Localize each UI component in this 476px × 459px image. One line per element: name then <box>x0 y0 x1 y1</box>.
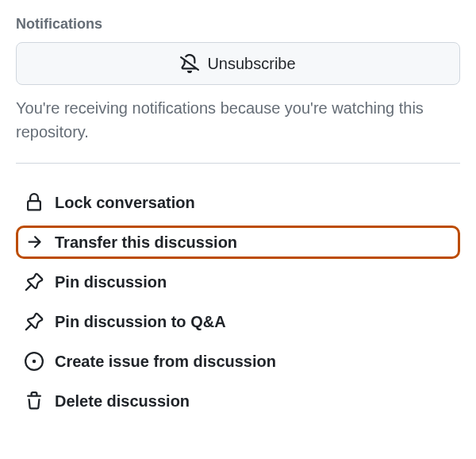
issue-opened-icon <box>25 352 44 371</box>
pin-icon <box>25 312 44 331</box>
pin-discussion-category-label: Pin discussion to Q&A <box>55 313 226 331</box>
transfer-discussion-action[interactable]: Transfer this discussion <box>16 226 460 259</box>
bell-slash-icon <box>180 54 199 73</box>
arrow-right-icon <box>25 233 44 252</box>
notification-reason: You're receiving notifications because y… <box>16 96 460 144</box>
pin-discussion-label: Pin discussion <box>55 273 167 291</box>
lock-icon <box>25 193 44 212</box>
pin-discussion-action[interactable]: Pin discussion <box>16 265 460 299</box>
pin-icon <box>25 272 44 291</box>
lock-conversation-label: Lock conversation <box>55 194 195 212</box>
divider <box>16 163 460 164</box>
pin-discussion-category-action[interactable]: Pin discussion to Q&A <box>16 305 460 338</box>
create-issue-action[interactable]: Create issue from discussion <box>16 345 460 378</box>
trash-icon <box>25 392 44 411</box>
transfer-discussion-label: Transfer this discussion <box>55 233 237 252</box>
create-issue-label: Create issue from discussion <box>55 353 276 371</box>
actions-list: Lock conversation Transfer this discussi… <box>16 186 460 418</box>
unsubscribe-button[interactable]: Unsubscribe <box>16 42 460 85</box>
delete-discussion-action[interactable]: Delete discussion <box>16 384 460 418</box>
delete-discussion-label: Delete discussion <box>55 392 190 411</box>
lock-conversation-action[interactable]: Lock conversation <box>16 186 460 219</box>
notifications-heading: Notifications <box>16 16 460 33</box>
unsubscribe-label: Unsubscribe <box>207 55 295 73</box>
